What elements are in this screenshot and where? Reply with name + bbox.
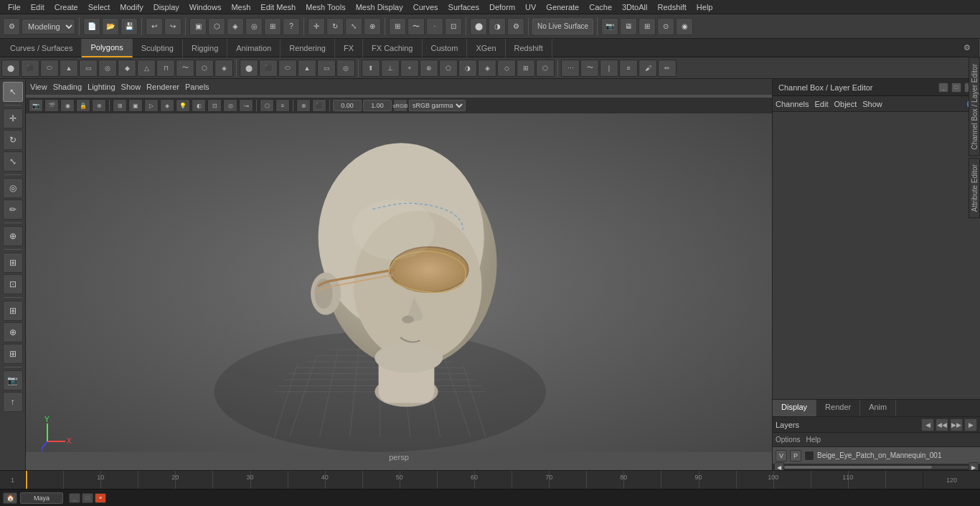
scale-tool-icon[interactable]: ⤡ [345,18,362,35]
crease-icon[interactable]: ⋯ [561,60,580,77]
vt-sel-icon[interactable]: ▣ [128,99,143,112]
select-tool-icon[interactable]: ▣ [189,18,207,35]
vt-hud-icon[interactable]: ⊕ [296,99,311,112]
cb-nav-object[interactable]: Object [834,100,857,108]
tab-sculpting[interactable]: Sculpting [133,39,183,57]
win-close-btn[interactable]: × [95,493,106,503]
taskbar-window-btn[interactable]: Maya [20,492,63,504]
new-file-icon[interactable]: 📄 [83,18,100,35]
smooth-icon[interactable]: ◑ [458,60,477,77]
side-tab-attribute-editor[interactable]: Attribute Editor [969,158,980,218]
grid-btn[interactable]: ⊞ [3,344,23,364]
settings-icon[interactable]: ⚙ [3,18,20,35]
vt-cam3-btn[interactable]: ◉ [60,99,75,112]
sculpt-icon[interactable]: ✏ [658,60,677,77]
color-space-select[interactable]: sRGB gamma [409,100,466,111]
soccer-ball-icon[interactable]: ⬡ [195,60,214,77]
snap-point-icon[interactable]: · [426,18,443,35]
help-icon-small[interactable]: ? [283,18,300,35]
tab-redshift[interactable]: Redshift [506,39,552,57]
plane-icon[interactable]: ▭ [79,60,98,77]
scene-viewport[interactable] [26,95,772,470]
tab-polygons[interactable]: Polygons [82,39,132,57]
channel-box-minimize[interactable]: _ [938,83,948,93]
tab-custom[interactable]: Custom [423,39,468,57]
layer-playback-btn[interactable]: P [790,450,801,462]
harden-icon[interactable]: | [600,60,618,77]
subdiv-torus-icon[interactable]: ◎ [336,60,355,77]
select-tool-btn[interactable]: ↖ [3,82,23,102]
world-up-btn[interactable]: ↑ [3,392,23,412]
menu-item-mesh-tools[interactable]: Mesh Tools [301,1,350,13]
extrude-icon[interactable]: ⬆ [362,60,380,77]
viewport-menu-lighting[interactable]: Lighting [88,83,116,91]
display-icon[interactable]: 🖥 [620,18,637,35]
menu-item-deform[interactable]: Deform [484,1,520,13]
menu-item-surfaces[interactable]: Surfaces [443,1,484,13]
mode-dropdown[interactable]: Modeling [22,19,75,34]
layers-next2-btn[interactable]: ▶▶ [950,418,963,431]
layers-scrollbar-thumb[interactable] [784,466,932,469]
vt-target-btn[interactable]: ⊕ [92,99,106,112]
viewport-menu-renderer[interactable]: Renderer [146,83,179,91]
cb-nav-channels[interactable]: Channels [776,100,809,108]
tab-rigging[interactable]: Rigging [183,39,227,57]
torus-icon[interactable]: ◎ [98,60,117,77]
menu-item-create[interactable]: Create [50,1,83,13]
soft-select-icon[interactable]: ◎ [245,18,263,35]
layers-options-item[interactable]: Options [776,436,800,444]
paint-tool-btn[interactable]: ⊡ [3,274,23,294]
menu-item-cache[interactable]: Cache [584,1,617,13]
scale-tool-btn[interactable]: ⤡ [3,151,23,172]
menu-item-select[interactable]: Select [83,1,116,13]
menu-item-modify[interactable]: Modify [115,1,148,13]
render-icon[interactable]: ⬤ [470,18,487,35]
vt-gate-icon[interactable]: ⬛ [312,99,326,112]
rp-tab-display[interactable]: Display [773,400,816,416]
win-minimize-btn[interactable]: _ [69,493,80,503]
vt-shd-icon[interactable]: ◈ [160,99,174,112]
menu-item-windows[interactable]: Windows [184,1,227,13]
layers-help-item[interactable]: Help [806,436,821,444]
menu-item-help[interactable]: Help [692,1,718,13]
vt-rt-icon[interactable]: ▷ [144,99,159,112]
subdiv-plane-icon[interactable]: ▭ [317,60,336,77]
layers-prev2-btn[interactable]: ◀◀ [936,418,948,431]
side-tab-channel-box[interactable]: Channel Box / Layer Editor [969,57,980,156]
layers-scrollbar-track[interactable] [784,466,969,469]
boolean-icon[interactable]: ⊞ [517,60,535,77]
paint-tool-icon[interactable]: ◈ [227,18,244,35]
paint-select-icon[interactable]: 🖌 [639,60,657,77]
vt-light-icon[interactable]: 💡 [176,99,190,112]
sculpt-tool-btn[interactable]: ✏ [3,200,23,220]
render-settings-icon[interactable]: ⚙ [507,18,524,35]
bevel-icon[interactable]: ⬠ [439,60,458,77]
menu-item-edit-mesh[interactable]: Edit Mesh [255,1,301,13]
vt-cam-btn[interactable]: 📷 [29,99,43,112]
crease2-icon[interactable]: ≡ [619,60,638,77]
vt-film-btn[interactable]: 🎬 [44,99,59,112]
cylinder-icon[interactable]: ⬭ [40,60,59,77]
soft-mod-tool-btn[interactable]: ◎ [3,178,23,198]
merge-icon[interactable]: ⊕ [420,60,438,77]
rotate-tool-icon[interactable]: ↻ [326,18,344,35]
subdiv-cube-icon[interactable]: ⬛ [259,60,278,77]
vt-aa-icon[interactable]: ◐ [192,99,206,112]
menu-item-3dtoall[interactable]: 3DtoAll [617,1,652,13]
color-space-indicator[interactable]: sRGB [393,99,407,112]
menu-item-edit[interactable]: Edit [26,1,50,13]
tab-fx[interactable]: FX [335,39,363,57]
viewport-menu-panels[interactable]: Panels [185,83,209,91]
ipr-icon[interactable]: ◑ [489,18,506,35]
tab-animation[interactable]: Animation [227,39,281,57]
menu-item-generate[interactable]: Generate [541,1,584,13]
vt-dof-icon[interactable]: ◎ [223,99,237,112]
rp-tab-render[interactable]: Render [816,400,860,416]
win-restore-btn[interactable]: □ [82,493,93,503]
snap-btn[interactable]: ⊕ [3,322,23,342]
menu-item-uv[interactable]: UV [520,1,541,13]
layer-color-swatch[interactable] [804,451,814,461]
quick-layout-btn[interactable]: ⊞ [3,301,23,321]
subdiv-cyl-icon[interactable]: ⬭ [278,60,297,77]
snap-view-icon[interactable]: ⊡ [445,18,462,35]
